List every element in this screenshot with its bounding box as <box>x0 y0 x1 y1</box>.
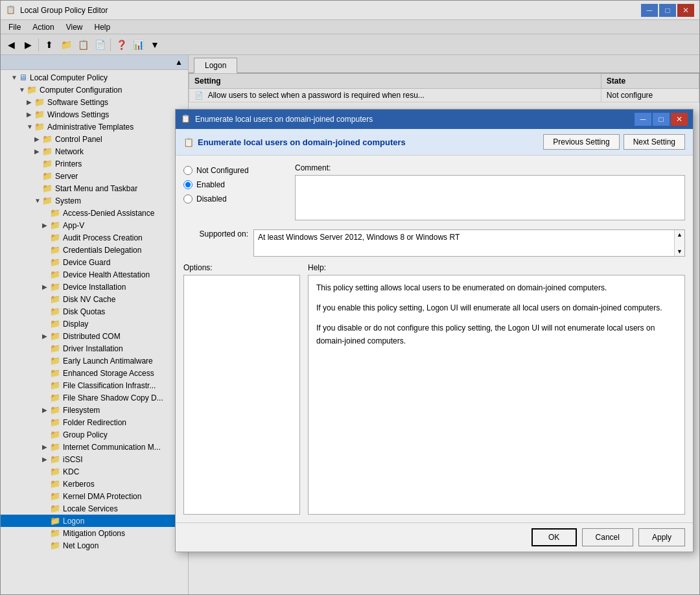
comment-textarea[interactable] <box>295 175 685 220</box>
options-help-row: Options: Help: This policy setting allow… <box>183 263 685 515</box>
radio-column: Not Configured Enabled Disabled <box>183 163 287 220</box>
supported-scrollbar[interactable]: ▲ ▼ <box>674 230 684 256</box>
scroll-up-arrow[interactable]: ▲ <box>677 231 682 238</box>
supported-row: Supported on: At least Windows Server 20… <box>183 229 685 257</box>
scroll-down-arrow[interactable]: ▼ <box>677 248 682 255</box>
radio-not-configured-label: Not Configured <box>196 166 249 175</box>
radio-enabled-input[interactable] <box>183 180 192 189</box>
help-para-2: If you enable this policy setting, Logon… <box>316 302 677 314</box>
radio-enabled[interactable]: Enabled <box>183 180 287 189</box>
cancel-button[interactable]: Cancel <box>582 528 633 546</box>
modal-header-title: 📋 Enumerate local users on domain-joined… <box>183 137 406 147</box>
modal-header: 📋 Enumerate local users on domain-joined… <box>176 129 693 156</box>
next-setting-button[interactable]: Next Setting <box>624 134 685 150</box>
radio-not-configured[interactable]: Not Configured <box>183 166 287 175</box>
radio-disabled-label: Disabled <box>196 194 227 204</box>
modal-footer: OK Cancel Apply <box>176 522 693 552</box>
options-label: Options: <box>183 263 300 272</box>
radio-not-configured-input[interactable] <box>183 166 192 175</box>
modal-row-top: Not Configured Enabled Disabled Comment: <box>183 163 685 220</box>
modal-overlay: 📋 Enumerate local users on domain-joined… <box>0 0 700 595</box>
modal-minimize[interactable]: ─ <box>635 113 651 126</box>
previous-setting-button[interactable]: Previous Setting <box>543 134 619 150</box>
modal-header-buttons: Previous Setting Next Setting <box>543 134 685 150</box>
modal-controls: ─ □ ✕ <box>635 113 688 126</box>
options-section: Options: <box>183 263 300 515</box>
modal-header-icon: 📋 <box>183 137 194 147</box>
modal-header-label: Enumerate local users on domain-joined c… <box>198 137 406 147</box>
comment-column: Comment: <box>295 163 685 220</box>
help-para-1: This policy setting allows local users t… <box>316 282 677 294</box>
supported-text: At least Windows Server 2012, Windows 8 … <box>254 230 674 244</box>
comment-label: Comment: <box>295 163 685 172</box>
ok-button[interactable]: OK <box>531 528 577 546</box>
radio-disabled[interactable]: Disabled <box>183 194 287 204</box>
apply-button[interactable]: Apply <box>638 528 685 546</box>
modal-title: Enumerate local users on domain-joined c… <box>195 115 631 124</box>
radio-disabled-input[interactable] <box>183 194 192 204</box>
help-box: This policy setting allows local users t… <box>308 275 685 515</box>
supported-label: Supported on: <box>183 229 248 239</box>
modal-close[interactable]: ✕ <box>671 113 688 126</box>
modal-title-bar: 📋 Enumerate local users on domain-joined… <box>176 110 693 129</box>
options-box <box>183 275 300 515</box>
radio-enabled-label: Enabled <box>196 180 225 189</box>
modal-body: Not Configured Enabled Disabled Comment: <box>176 156 693 522</box>
help-para-3: If you disable or do not configure this … <box>316 322 677 347</box>
modal-maximize[interactable]: □ <box>653 113 670 126</box>
modal-dialog: 📋 Enumerate local users on domain-joined… <box>175 109 694 552</box>
help-section: Help: This policy setting allows local u… <box>308 263 685 515</box>
supported-box: At least Windows Server 2012, Windows 8 … <box>253 229 685 257</box>
help-label: Help: <box>308 263 685 272</box>
modal-icon: 📋 <box>181 114 191 124</box>
